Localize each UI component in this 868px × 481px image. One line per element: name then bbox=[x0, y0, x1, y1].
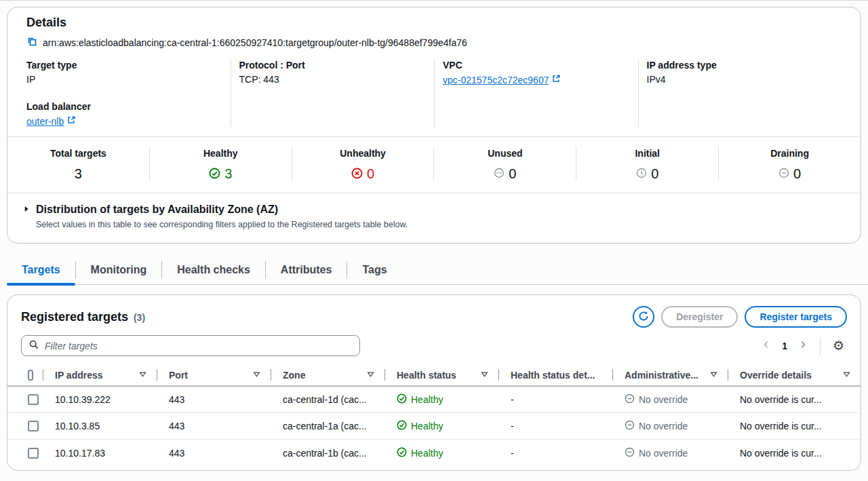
vpc-link[interactable]: vpc-021575c2c72ec9607 bbox=[443, 74, 561, 85]
stat-value: 0 bbox=[367, 166, 374, 182]
stat-total-targets: Total targets 3 bbox=[7, 145, 149, 182]
tab-targets[interactable]: Targets bbox=[7, 258, 75, 285]
az-distribution-title: Distribution of targets by Availability … bbox=[36, 204, 278, 216]
cell-health-status: Healthy bbox=[384, 393, 498, 406]
column-header-zone[interactable]: Zone bbox=[271, 364, 384, 385]
tab-monitoring[interactable]: Monitoring bbox=[76, 258, 162, 285]
minus-circle-icon bbox=[625, 393, 635, 406]
cell-administrative: No override bbox=[612, 420, 728, 432]
check-circle-icon bbox=[397, 447, 407, 459]
tab-bar: Targets Monitoring Health checks Attribu… bbox=[7, 258, 861, 285]
chevron-right-icon bbox=[798, 340, 808, 351]
stat-label: Total targets bbox=[50, 148, 106, 159]
cell-health-status-details: - bbox=[498, 448, 612, 459]
tab-tags[interactable]: Tags bbox=[347, 258, 401, 285]
check-circle-icon bbox=[397, 393, 407, 406]
minus-circle-icon bbox=[625, 420, 635, 432]
registered-targets-card: Registered targets (3) Deregister Regist… bbox=[7, 294, 861, 471]
vpc-id: vpc-021575c2c72ec9607 bbox=[443, 75, 549, 85]
az-distribution-description: Select values in this table to see corre… bbox=[22, 220, 842, 229]
column-header-health-status-details[interactable]: Health status det... bbox=[498, 364, 612, 385]
cell-ip-address: 10.10.3.85 bbox=[43, 421, 157, 431]
column-header-administrative[interactable]: Administrative... bbox=[612, 364, 728, 385]
register-targets-button[interactable]: Register targets bbox=[745, 306, 847, 328]
stat-draining: Draining 0 bbox=[719, 145, 861, 182]
cell-zone: ca-central-1a (cac... bbox=[271, 421, 384, 431]
check-circle-icon bbox=[397, 420, 407, 432]
copy-arn-button[interactable] bbox=[26, 36, 37, 49]
stat-label: Initial bbox=[635, 148, 660, 159]
cell-port: 443 bbox=[157, 448, 271, 459]
column-header-port[interactable]: Port bbox=[157, 364, 271, 385]
cell-port: 443 bbox=[157, 394, 271, 405]
external-link-icon bbox=[66, 115, 76, 127]
table-header-row: IP address Port Zone Health status Healt… bbox=[7, 364, 861, 387]
ip-address-type-label: IP address type bbox=[647, 60, 831, 71]
column-header-health-status[interactable]: Health status bbox=[384, 364, 498, 385]
sort-triangle-icon[interactable] bbox=[709, 370, 718, 381]
cell-health-status-details: - bbox=[498, 394, 612, 405]
x-circle-icon bbox=[351, 168, 363, 181]
table-row: 10.10.39.222 443 ca-central-1d (cac... H… bbox=[7, 387, 861, 413]
minus-circle-icon bbox=[625, 447, 635, 459]
az-distribution-toggle[interactable]: Distribution of targets by Availability … bbox=[22, 204, 842, 216]
details-grid: Target type IP Load balancer outer-nlb P… bbox=[26, 60, 842, 127]
filter-targets-input[interactable] bbox=[45, 341, 353, 351]
page-top-divider bbox=[0, 0, 868, 1]
select-all-checkbox[interactable] bbox=[28, 370, 33, 381]
tab-attributes[interactable]: Attributes bbox=[266, 258, 347, 285]
health-status-text: Healthy bbox=[411, 421, 443, 431]
cell-zone: ca-central-1d (cac... bbox=[271, 394, 384, 405]
administrative-text: No override bbox=[639, 448, 688, 459]
sort-triangle-icon[interactable] bbox=[842, 370, 851, 381]
column-label: IP address bbox=[55, 370, 103, 381]
administrative-text: No override bbox=[639, 421, 688, 431]
row-checkbox[interactable] bbox=[28, 421, 39, 431]
clock-icon bbox=[636, 168, 647, 180]
tab-bar-underline bbox=[7, 284, 868, 286]
deregister-button[interactable]: Deregister bbox=[661, 306, 738, 328]
next-page-button[interactable] bbox=[795, 337, 810, 354]
target-health-summary: Total targets 3 Healthy 3 Unhealthy 0 Un… bbox=[7, 136, 861, 193]
external-link-icon bbox=[551, 74, 561, 85]
stat-value: 0 bbox=[793, 166, 801, 182]
target-type-value: IP bbox=[26, 74, 220, 85]
az-distribution-section: Distribution of targets by Availability … bbox=[7, 193, 861, 243]
registered-targets-title: Registered targets bbox=[21, 310, 128, 324]
table-settings-button[interactable]: ⚙ bbox=[830, 336, 847, 355]
health-status-text: Healthy bbox=[411, 394, 443, 405]
column-header-ip-address[interactable]: IP address bbox=[43, 364, 157, 385]
previous-page-button[interactable] bbox=[759, 337, 774, 354]
target-type-label: Target type bbox=[26, 60, 220, 71]
stat-unhealthy: Unhealthy 0 bbox=[292, 145, 434, 182]
protocol-port-label: Protocol : Port bbox=[239, 60, 424, 71]
divider bbox=[820, 337, 821, 355]
refresh-button[interactable] bbox=[633, 306, 654, 328]
cell-zone: ca-central-1b (cac... bbox=[271, 448, 384, 459]
cell-administrative: No override bbox=[612, 393, 728, 406]
column-label: Administrative... bbox=[625, 370, 698, 381]
cell-ip-address: 10.10.39.222 bbox=[43, 394, 157, 405]
cell-administrative: No override bbox=[612, 447, 728, 459]
stat-value: 3 bbox=[75, 166, 82, 182]
row-checkbox[interactable] bbox=[28, 448, 39, 459]
ellipsis-circle-icon bbox=[494, 168, 505, 180]
cell-port: 443 bbox=[157, 421, 271, 431]
sort-triangle-icon[interactable] bbox=[480, 370, 489, 381]
current-page-number: 1 bbox=[776, 341, 793, 351]
stat-healthy: Healthy 3 bbox=[150, 145, 292, 182]
sort-triangle-icon[interactable] bbox=[366, 370, 375, 381]
sort-triangle-icon[interactable] bbox=[138, 370, 147, 381]
filter-targets-box bbox=[21, 335, 360, 356]
column-header-override-details[interactable]: Override details bbox=[728, 364, 861, 385]
column-label: Health status det... bbox=[511, 370, 595, 381]
cell-health-status-details: - bbox=[498, 421, 612, 431]
chevron-left-icon bbox=[762, 340, 771, 351]
stat-label: Unused bbox=[488, 148, 522, 159]
tab-health-checks[interactable]: Health checks bbox=[162, 258, 265, 285]
copy-icon bbox=[26, 36, 37, 49]
row-checkbox[interactable] bbox=[28, 394, 39, 405]
gear-icon: ⚙ bbox=[833, 339, 844, 352]
load-balancer-link[interactable]: outer-nlb bbox=[26, 115, 76, 127]
sort-triangle-icon[interactable] bbox=[252, 370, 261, 381]
